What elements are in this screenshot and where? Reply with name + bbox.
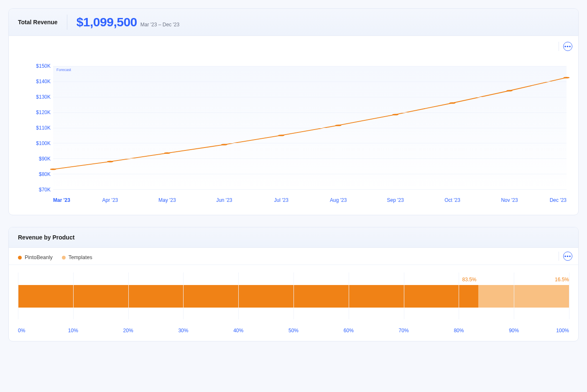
segment-label: 83.5%: [462, 277, 476, 283]
svg-point-2: [164, 153, 171, 154]
revenue-by-product-card: Revenue by Product PintoBeanlyTemplates …: [8, 227, 579, 341]
bar-x-tick: 40%: [233, 328, 243, 333]
segment-label: 16.5%: [555, 277, 569, 283]
y-tick: $70K: [39, 187, 51, 193]
grid-line: [53, 97, 567, 97]
bar-x-tick: 80%: [454, 328, 464, 333]
x-tick: Mar '23: [53, 197, 70, 203]
v-grid-line: [404, 272, 404, 319]
line-chart-y-axis: $150K$140K$130K$120K$110K$100K$90K$80K$7…: [29, 66, 53, 190]
revenue-by-product-header: Revenue by Product: [9, 227, 578, 248]
total-revenue-amount: $1,099,500: [77, 15, 137, 29]
bar-x-tick: 100%: [556, 328, 569, 333]
bar-chart-grid: 83.5% 16.5%: [18, 272, 569, 319]
x-tick: May '23: [158, 197, 176, 203]
legend-dot-icon: [62, 256, 66, 260]
bar-x-tick: 70%: [399, 328, 409, 333]
chart-actions: •••: [559, 252, 572, 261]
svg-point-3: [221, 144, 227, 145]
x-tick: Nov '23: [501, 197, 518, 203]
legend-label: Templates: [69, 255, 92, 260]
y-tick: $140K: [36, 79, 51, 84]
svg-point-7: [449, 102, 456, 104]
more-options-button[interactable]: •••: [563, 42, 572, 51]
total-revenue-header: Total Revenue $1,099,500 Mar '23 – Dec '…: [9, 9, 578, 36]
y-tick: $120K: [36, 109, 51, 115]
grid-line: [53, 143, 567, 143]
grid-line: [53, 128, 567, 128]
v-grid-line: [73, 272, 74, 319]
legend-label: PintoBeanly: [25, 255, 53, 260]
v-grid-line: [18, 272, 18, 319]
svg-point-4: [278, 135, 284, 136]
grid-line: [53, 66, 567, 66]
bar-x-tick: 10%: [68, 328, 78, 333]
legend-item: PintoBeanly: [18, 255, 53, 260]
svg-point-5: [335, 125, 342, 126]
v-grid-line: [183, 272, 184, 319]
bar-x-tick: 0%: [18, 328, 25, 333]
x-tick: Sep '23: [387, 197, 403, 203]
svg-point-8: [506, 90, 513, 92]
v-grid-line: [349, 272, 349, 319]
x-tick: Jul '23: [274, 197, 288, 203]
grid-line: [53, 112, 567, 113]
revenue-by-product-title: Revenue by Product: [18, 234, 74, 241]
line-chart-plot: Forecast: [53, 66, 567, 190]
x-tick: Oct '23: [444, 197, 460, 203]
actions-separator: [559, 252, 559, 261]
y-tick: $90K: [39, 156, 51, 162]
ellipsis-icon: •••: [564, 254, 572, 259]
total-revenue-chart-body: ••• $150K$140K$130K$120K$110K$100K$90K$8…: [9, 36, 578, 215]
bar-chart-x-axis: 0%10%20%30%40%50%60%70%80%90%100%: [18, 328, 569, 335]
v-grid-line: [569, 272, 569, 319]
v-grid-line: [459, 272, 459, 319]
svg-point-6: [392, 114, 398, 115]
svg-point-9: [564, 77, 570, 79]
bar-x-tick: 60%: [344, 328, 354, 333]
x-tick: Dec '23: [550, 197, 567, 203]
actions-separator: [559, 42, 559, 51]
grid-line: [53, 158, 567, 159]
grid-line: [53, 81, 567, 82]
y-tick: $150K: [36, 63, 51, 69]
v-grid-line: [294, 272, 294, 319]
y-tick: $110K: [36, 125, 51, 131]
x-tick: Jun '23: [216, 197, 232, 203]
bar-x-tick: 30%: [178, 328, 188, 333]
x-tick: Aug '23: [330, 197, 347, 203]
total-revenue-card: Total Revenue $1,099,500 Mar '23 – Dec '…: [8, 8, 579, 215]
grid-line: [53, 189, 567, 190]
legend-item: Templates: [62, 255, 92, 260]
v-grid-line: [514, 272, 514, 319]
bar-segment-pintobeanly: 83.5%: [18, 285, 478, 308]
grid-line: [53, 174, 567, 174]
more-options-button[interactable]: •••: [563, 252, 572, 261]
bar-x-tick: 90%: [509, 328, 519, 333]
legend-items: PintoBeanlyTemplates: [18, 255, 102, 260]
bar-segment-templates: 16.5%: [478, 285, 569, 308]
legend-row: PintoBeanlyTemplates •••: [9, 248, 578, 265]
svg-point-0: [50, 168, 56, 170]
bar-chart: 83.5% 16.5% 0%10%20%30%40%50%60%70%80%90…: [9, 265, 578, 341]
svg-point-1: [107, 161, 113, 163]
chart-actions: •••: [559, 42, 572, 51]
y-tick: $130K: [36, 94, 51, 100]
x-tick: Apr '23: [102, 197, 118, 203]
legend-dot-icon: [18, 256, 22, 260]
header-separator: [67, 15, 67, 30]
v-grid-line: [238, 272, 239, 319]
line-chart-x-axis: Mar '23Apr '23May '23Jun '23Jul '23Aug '…: [53, 195, 567, 204]
bar-x-tick: 50%: [288, 328, 299, 333]
total-revenue-range: Mar '23 – Dec '23: [140, 22, 179, 28]
y-tick: $100K: [36, 140, 51, 146]
v-grid-line: [128, 272, 129, 319]
y-tick: $80K: [39, 171, 51, 177]
total-revenue-title: Total Revenue: [18, 19, 58, 25]
line-chart: $150K$140K$130K$120K$110K$100K$90K$80K$7…: [29, 66, 567, 204]
bar-x-tick: 20%: [123, 328, 133, 333]
ellipsis-icon: •••: [564, 44, 572, 49]
